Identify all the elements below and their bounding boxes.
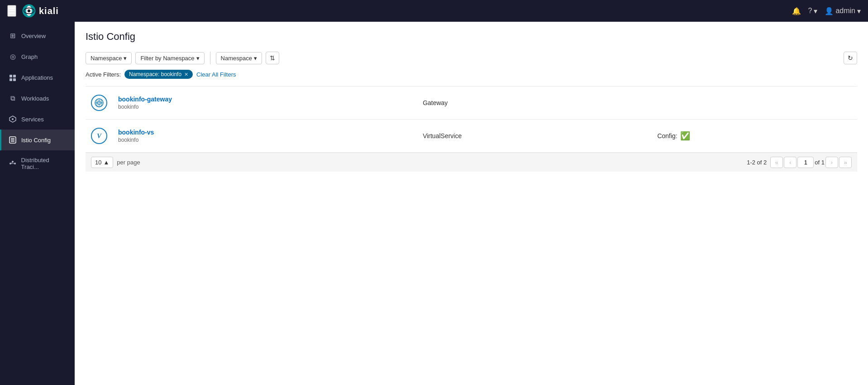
istio-config-icon bbox=[9, 136, 17, 144]
config-namespace-gateway: bookinfo bbox=[118, 104, 412, 110]
layout: ⊞ Overview ◎ Graph Applications ⧉ Worklo… bbox=[0, 0, 868, 385]
svg-rect-4 bbox=[10, 75, 12, 77]
sidebar-item-workloads[interactable]: ⧉ Workloads bbox=[0, 88, 75, 109]
per-page-chevron: ▲ bbox=[103, 159, 109, 166]
config-status-cell-vs: Config: ✅ bbox=[652, 120, 857, 153]
config-status-cell-gateway bbox=[652, 87, 857, 120]
page-title: Istio Config bbox=[86, 31, 857, 43]
page-of-label: of 1 bbox=[815, 159, 825, 166]
page-number-input[interactable] bbox=[797, 157, 814, 168]
sidebar-item-label-istio-config: Istio Config bbox=[21, 137, 51, 144]
config-icon-cell-gateway bbox=[86, 87, 113, 120]
refresh-button[interactable]: ↻ bbox=[844, 52, 857, 64]
notification-button[interactable]: 🔔 bbox=[792, 7, 801, 15]
gateway-icon-circle bbox=[91, 95, 107, 111]
sidebar-item-label-distributed-tracing: Distributed Traci... bbox=[21, 157, 67, 170]
svg-rect-5 bbox=[13, 75, 16, 77]
hamburger-menu[interactable]: ☰ bbox=[7, 5, 16, 17]
filter-tag-text: Namespace: bookinfo bbox=[129, 71, 181, 77]
user-label: admin bbox=[835, 7, 855, 15]
sidebar-item-label-services: Services bbox=[21, 116, 44, 123]
vs-icon-circle: V bbox=[91, 128, 107, 144]
config-name-gateway[interactable]: bookinfo-gateway bbox=[118, 96, 412, 103]
per-page-value: 10 bbox=[95, 159, 101, 166]
user-chevron: ▾ bbox=[857, 7, 861, 15]
sidebar-item-label-applications: Applications bbox=[21, 74, 53, 81]
filter-separator bbox=[210, 52, 210, 64]
filter-by-namespace-dropdown[interactable]: Filter by Namespace ▾ bbox=[135, 52, 204, 64]
svg-point-16 bbox=[14, 163, 16, 164]
config-status-ok-icon: ✅ bbox=[680, 131, 690, 141]
table-row: bookinfo-gateway bookinfo Gateway bbox=[86, 87, 857, 120]
config-name-cell-vs: bookinfo-vs bookinfo bbox=[113, 120, 417, 153]
config-type-vs: VirtualService bbox=[423, 132, 462, 140]
config-type-cell-gateway: Gateway bbox=[417, 87, 652, 120]
help-chevron: ▾ bbox=[814, 7, 817, 15]
help-button[interactable]: ? ▾ bbox=[808, 7, 818, 15]
user-menu-button[interactable]: 👤 admin ▾ bbox=[825, 7, 861, 15]
config-status-label: Config: bbox=[657, 132, 677, 140]
kiali-logo-icon bbox=[22, 4, 36, 18]
config-status-vs: Config: ✅ bbox=[657, 131, 852, 141]
filter-bar: Namespace ▾ Filter by Namespace ▾ Namesp… bbox=[86, 52, 857, 64]
per-page-label: per page bbox=[117, 159, 140, 166]
sidebar-item-label-workloads: Workloads bbox=[21, 95, 49, 102]
table-row: V bookinfo-vs bookinfo VirtualService Co… bbox=[86, 120, 857, 153]
pagination-nav: « ‹ of 1 › » bbox=[770, 157, 852, 168]
graph-icon: ◎ bbox=[9, 53, 17, 61]
config-type-cell-vs: VirtualService bbox=[417, 120, 652, 153]
pagination-bar: 10 ▲ per page 1-2 of 2 « ‹ of 1 › » bbox=[86, 153, 857, 172]
overview-icon: ⊞ bbox=[9, 32, 17, 40]
next-page-button[interactable]: › bbox=[825, 157, 838, 168]
distributed-tracing-icon bbox=[9, 159, 17, 168]
sidebar-item-distributed-tracing[interactable]: Distributed Traci... bbox=[0, 150, 75, 177]
svg-point-14 bbox=[10, 163, 11, 164]
filter-by-namespace-label: Filter by Namespace bbox=[140, 55, 194, 62]
config-type-gateway: Gateway bbox=[423, 99, 448, 106]
applications-icon bbox=[9, 73, 17, 82]
pagination-count: 1-2 of 2 bbox=[747, 159, 767, 166]
services-icon bbox=[9, 115, 17, 123]
namespace-type-label: Namespace bbox=[91, 55, 122, 62]
vs-icon-letter: V bbox=[97, 132, 101, 140]
sidebar-item-label-overview: Overview bbox=[21, 33, 46, 39]
navbar: ☰ kiali 🔔 ? ▾ 👤 admin ▾ bbox=[0, 0, 868, 22]
remove-filter-tag-button[interactable]: ✕ bbox=[184, 72, 188, 77]
config-namespace-vs: bookinfo bbox=[118, 137, 412, 143]
sort-toggle-button[interactable]: ⇅ bbox=[266, 52, 279, 64]
main-content: Istio Config Namespace ▾ Filter by Names… bbox=[75, 22, 868, 385]
sidebar-item-istio-config[interactable]: Istio Config bbox=[0, 130, 75, 150]
svg-point-9 bbox=[12, 118, 14, 120]
navbar-actions: 🔔 ? ▾ 👤 admin ▾ bbox=[792, 7, 861, 15]
help-icon: ? bbox=[808, 7, 812, 15]
config-icon-cell-vs: V bbox=[86, 120, 113, 153]
clear-all-filters-link[interactable]: Clear All Filters bbox=[196, 71, 236, 78]
sidebar-item-overview[interactable]: ⊞ Overview bbox=[0, 25, 75, 46]
workloads-icon: ⧉ bbox=[9, 94, 17, 102]
svg-point-3 bbox=[28, 10, 30, 12]
svg-rect-7 bbox=[13, 78, 16, 81]
config-name-vs[interactable]: bookinfo-vs bbox=[118, 129, 412, 136]
filter-by-namespace-chevron: ▾ bbox=[196, 55, 200, 62]
config-table: bookinfo-gateway bookinfo Gateway V bbox=[86, 87, 857, 153]
logo: kiali bbox=[22, 4, 59, 18]
prev-page-button[interactable]: ‹ bbox=[784, 157, 796, 168]
config-name-cell-gateway: bookinfo-gateway bookinfo bbox=[113, 87, 417, 120]
namespace-bookinfo-tag[interactable]: Namespace: bookinfo ✕ bbox=[124, 70, 193, 79]
sort-namespace-chevron: ▾ bbox=[254, 55, 257, 62]
sort-namespace-dropdown[interactable]: Namespace ▾ bbox=[216, 52, 262, 64]
last-page-button[interactable]: » bbox=[839, 157, 852, 168]
namespace-type-dropdown[interactable]: Namespace ▾ bbox=[86, 52, 132, 64]
active-filters-row: Active Filters: Namespace: bookinfo ✕ Cl… bbox=[86, 70, 857, 79]
active-filters-label: Active Filters: bbox=[86, 71, 121, 78]
svg-rect-6 bbox=[10, 78, 12, 81]
per-page-select[interactable]: 10 ▲ bbox=[91, 157, 113, 168]
namespace-type-chevron: ▾ bbox=[124, 55, 127, 62]
first-page-button[interactable]: « bbox=[770, 157, 783, 168]
user-icon: 👤 bbox=[825, 7, 834, 15]
sidebar-item-services[interactable]: Services bbox=[0, 109, 75, 130]
kiali-logo-text: kiali bbox=[39, 6, 59, 16]
sidebar-item-label-graph: Graph bbox=[21, 53, 38, 60]
sidebar-item-graph[interactable]: ◎ Graph bbox=[0, 46, 75, 67]
sidebar-item-applications[interactable]: Applications bbox=[0, 67, 75, 88]
